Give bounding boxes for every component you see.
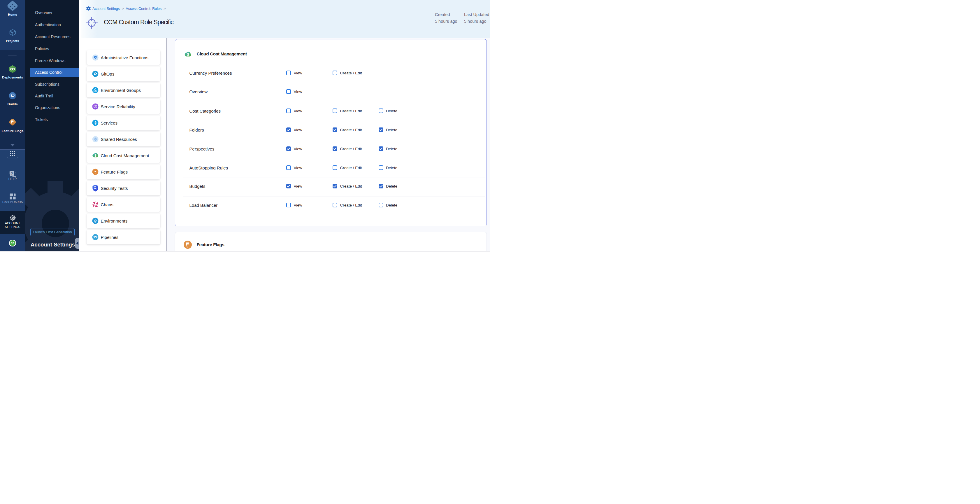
svg-text:$: $ [187, 52, 189, 57]
svg-text:?: ? [11, 172, 13, 175]
svg-text:$: $ [94, 154, 97, 157]
